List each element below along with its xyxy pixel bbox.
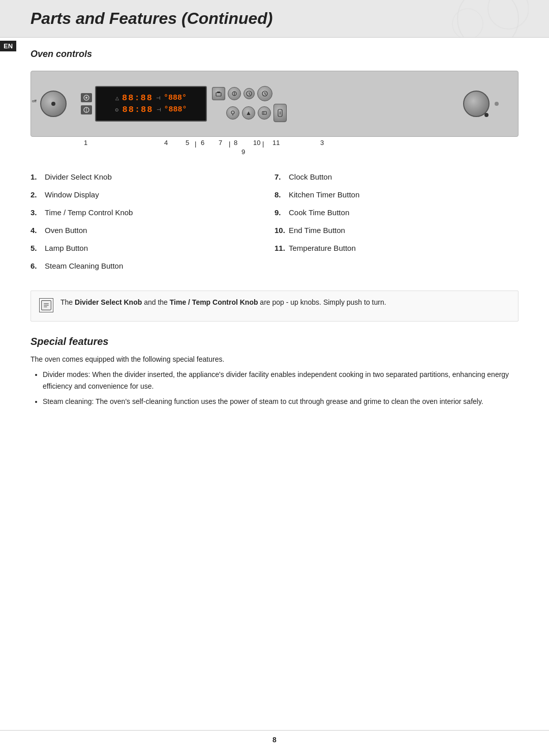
display-arrow2: ⊣ [157, 107, 161, 112]
part-num-1: 1. [30, 171, 45, 182]
label-num-10: 10 [253, 139, 260, 147]
cook-time-button[interactable] [258, 106, 271, 120]
special-features-section: Special features The oven comes equipped… [30, 336, 518, 408]
part-item-3: 3. Time / Temp Control Knob [30, 207, 274, 218]
part-label-4: Oven Button [45, 225, 87, 236]
special-feature-item-1: Divider modes: When the divider inserted… [43, 369, 518, 392]
svg-point-4 [85, 97, 87, 99]
label-num-11: 11 [272, 139, 280, 147]
part-item-1: 1. Divider Select Knob [30, 171, 274, 182]
svg-point-1 [488, 0, 529, 29]
note-text: The Divider Select Knob and the Time / T… [60, 297, 386, 308]
part-num-4: 4. [30, 225, 45, 236]
part-num-5: 5. [30, 243, 45, 253]
note-bold-1: Divider Select Knob [75, 298, 142, 306]
part-item-11: 11. Temperature Button [274, 243, 518, 253]
label-num-7: 7 [219, 139, 222, 147]
svg-point-17 [231, 111, 234, 114]
display-arrow1: ⊣ [156, 95, 161, 101]
end-time-button[interactable] [273, 104, 287, 122]
part-item-6: 6. Steam Cleaning Button [30, 260, 274, 271]
small-icons-group [81, 93, 92, 114]
part-num-9: 9. [274, 207, 289, 218]
note-box: The Divider Select Knob and the Time / T… [30, 290, 518, 322]
note-text-mid: and the [142, 298, 170, 306]
page-footer: 8 [0, 730, 549, 744]
page-title: Parts and Features (Continued) [30, 9, 273, 28]
display-time1: 88:88 [122, 93, 153, 103]
indicator-dot [495, 102, 499, 106]
label-num-6: 6 [201, 139, 204, 147]
part-label-8: Kitchen Timer Button [289, 189, 359, 200]
parts-col-left: 1. Divider Select Knob 2. Window Display… [30, 171, 274, 278]
time-temp-control-knob[interactable] [463, 91, 490, 117]
up-arrow-button[interactable]: ▲ [242, 106, 255, 120]
display-temp2: °888° [164, 105, 187, 114]
svg-line-13 [249, 94, 250, 95]
special-features-list: Divider modes: When the divider inserted… [43, 369, 518, 407]
svg-point-2 [452, 9, 483, 38]
oven-panel: off △ 88:88 ⊣ [30, 71, 518, 137]
part-num-8: 8. [274, 189, 289, 200]
special-features-intro: The oven comes equipped with the followi… [30, 354, 518, 365]
header-decoration [376, 0, 529, 37]
part-item-7: 7. Clock Button [274, 171, 518, 182]
oven-button[interactable] [212, 87, 225, 100]
display-icon-top: △ [115, 96, 119, 101]
knob-off-label: off [32, 99, 37, 103]
steam-cleaning-button[interactable] [228, 87, 241, 100]
clock-button[interactable] [243, 88, 255, 99]
part-num-6: 6. [30, 260, 45, 271]
part-label-11: Temperature Button [289, 243, 356, 253]
special-feature-item-2: Steam cleaning: The oven's self-cleaning… [43, 396, 518, 407]
divider-select-knob[interactable] [40, 91, 67, 117]
note-icon [39, 298, 53, 315]
oven-controls-heading: Oven controls [30, 49, 549, 60]
parts-list: 1. Divider Select Knob 2. Window Display… [30, 171, 518, 278]
part-num-7: 7. [274, 171, 289, 182]
kitchen-timer-button[interactable] [257, 86, 272, 101]
part-item-2: 2. Window Display [30, 189, 274, 200]
svg-rect-19 [262, 111, 266, 114]
part-label-9: Cook Time Button [289, 207, 349, 218]
part-num-2: 2. [30, 189, 45, 200]
oven-diagram: 2 off [30, 71, 518, 157]
lamp-button[interactable] [226, 106, 239, 120]
part-label-3: Time / Temp Control Knob [45, 207, 133, 218]
icon-block-bottom [81, 105, 92, 114]
part-label-6: Steam Cleaning Button [45, 260, 123, 271]
en-badge: EN [0, 41, 16, 51]
part-item-10: 10. End Time Button [274, 225, 518, 236]
part-label-1: Divider Select Knob [45, 171, 112, 182]
part-label-2: Window Display [45, 189, 99, 200]
note-text-after: are pop - up knobs. Simply push to turn. [258, 298, 386, 306]
part-label-10: End Time Button [289, 225, 345, 236]
window-display: △ 88:88 ⊣ °888° ⊙ 88:88 ⊣ °888° [95, 86, 207, 122]
header-banner: Parts and Features (Continued) [0, 0, 549, 38]
part-item-5: 5. Lamp Button [30, 243, 274, 253]
part-num-11: 11. [274, 243, 289, 253]
page-number: 8 [272, 736, 277, 744]
part-label-5: Lamp Button [45, 243, 88, 253]
part-num-3: 3. [30, 207, 45, 218]
label-num-5: 5 [186, 139, 189, 147]
svg-rect-7 [216, 93, 221, 96]
part-num-10: 10. [274, 225, 289, 236]
part-item-4: 4. Oven Button [30, 225, 274, 236]
svg-rect-8 [217, 92, 220, 93]
display-icon-bottom: ⊙ [115, 107, 119, 112]
label-num-1: 1 [84, 139, 87, 147]
display-time2: 88:88 [122, 105, 153, 114]
display-temp1: °888° [164, 94, 187, 102]
part-item-9: 9. Cook Time Button [274, 207, 518, 218]
svg-line-16 [265, 94, 266, 95]
label-num-4: 4 [164, 139, 168, 147]
parts-col-right: 7. Clock Button 8. Kitchen Timer Button … [274, 171, 518, 278]
label-num-8: 8 [234, 139, 237, 147]
part-item-8: 8. Kitchen Timer Button [274, 189, 518, 200]
diagram-number-labels: 1 4 5 6 7 8 9 10 11 3 | | | [30, 139, 518, 157]
label-num-9: 9 [241, 148, 245, 156]
part-label-7: Clock Button [289, 171, 332, 182]
note-bold-2: Time / Temp Control Knob [170, 298, 258, 306]
label-num-3: 3 [320, 139, 324, 147]
